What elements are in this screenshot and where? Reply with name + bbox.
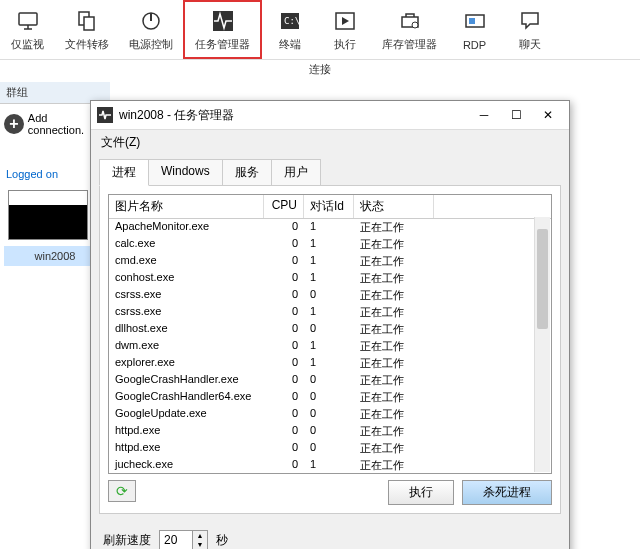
column-status[interactable]: 状态 xyxy=(354,195,434,218)
toolbar-item-label: 聊天 xyxy=(519,37,541,52)
process-row[interactable]: calc.exe01正在工作 xyxy=(109,236,551,253)
chat-icon xyxy=(516,7,544,35)
process-status: 正在工作 xyxy=(354,253,434,270)
process-dialog-id: 1 xyxy=(304,219,354,236)
button-row: ⟳ 执行 杀死进程 xyxy=(108,474,552,505)
pulse-icon xyxy=(97,107,113,123)
tab-1[interactable]: Windows xyxy=(148,159,223,186)
refresh-button[interactable]: ⟳ xyxy=(108,480,136,502)
process-status: 正在工作 xyxy=(354,219,434,236)
process-name: httpd.exe xyxy=(109,423,264,440)
refresh-speed-input[interactable] xyxy=(160,531,192,549)
close-button[interactable]: ✕ xyxy=(533,105,563,125)
column-name[interactable]: 图片名称 xyxy=(109,195,264,218)
column-dialog-id[interactable]: 对话Id xyxy=(304,195,354,218)
process-cpu: 0 xyxy=(264,372,304,389)
tab-0[interactable]: 进程 xyxy=(99,159,149,186)
process-name: explorer.exe xyxy=(109,355,264,372)
scrollbar[interactable] xyxy=(534,217,550,472)
process-row[interactable]: ApacheMonitor.exe01正在工作 xyxy=(109,219,551,236)
process-status: 正在工作 xyxy=(354,406,434,423)
toolbar-item-label: 执行 xyxy=(334,37,356,52)
inventory-icon xyxy=(396,7,424,35)
process-row[interactable]: httpd.exe00正在工作 xyxy=(109,423,551,440)
refresh-speed-row: 刷新速度 ▲ ▼ 秒 xyxy=(91,522,569,549)
dialog-titlebar: win2008 - 任务管理器 ─ ☐ ✕ xyxy=(91,101,569,130)
svg-text:C:\: C:\ xyxy=(284,16,300,26)
dialog-title: win2008 - 任务管理器 xyxy=(119,107,469,124)
process-name: GoogleCrashHandler.exe xyxy=(109,372,264,389)
process-cpu: 0 xyxy=(264,457,304,474)
process-status: 正在工作 xyxy=(354,389,434,406)
process-status: 正在工作 xyxy=(354,321,434,338)
process-cpu: 0 xyxy=(264,355,304,372)
process-status: 正在工作 xyxy=(354,304,434,321)
main-toolbar: 仅监视文件转移电源控制任务管理器C:\终端执行库存管理器RDP聊天 xyxy=(0,0,640,60)
refresh-speed-spinner[interactable]: ▲ ▼ xyxy=(159,530,208,549)
process-cpu: 0 xyxy=(264,253,304,270)
toolbar-item-label: 仅监视 xyxy=(11,37,44,52)
process-row[interactable]: cmd.exe01正在工作 xyxy=(109,253,551,270)
toolbar-item-label: 库存管理器 xyxy=(382,37,437,52)
process-dialog-id: 1 xyxy=(304,253,354,270)
spinner-up[interactable]: ▲ xyxy=(193,531,207,540)
process-status: 正在工作 xyxy=(354,236,434,253)
process-dialog-id: 0 xyxy=(304,406,354,423)
play-icon xyxy=(331,7,359,35)
process-status: 正在工作 xyxy=(354,287,434,304)
process-cpu: 0 xyxy=(264,406,304,423)
rdp-icon xyxy=(461,9,489,37)
process-dialog-id: 1 xyxy=(304,338,354,355)
toolbar-item-label: 任务管理器 xyxy=(195,37,250,52)
spinner-down[interactable]: ▼ xyxy=(193,540,207,549)
process-row[interactable]: httpd.exe00正在工作 xyxy=(109,440,551,457)
toolbar-item-chat[interactable]: 聊天 xyxy=(502,0,557,59)
toolbar-item-files[interactable]: 文件转移 xyxy=(55,0,119,59)
process-row[interactable]: GoogleUpdate.exe00正在工作 xyxy=(109,406,551,423)
refresh-speed-label: 刷新速度 xyxy=(103,532,151,549)
process-row[interactable]: csrss.exe01正在工作 xyxy=(109,304,551,321)
toolbar-item-inventory[interactable]: 库存管理器 xyxy=(372,0,447,59)
process-dialog-id: 1 xyxy=(304,355,354,372)
toolbar-section-label: 连接 xyxy=(0,60,640,83)
process-dialog-id: 0 xyxy=(304,440,354,457)
process-cpu: 0 xyxy=(264,304,304,321)
process-cpu: 0 xyxy=(264,219,304,236)
column-cpu[interactable]: CPU xyxy=(264,195,304,218)
execute-button[interactable]: 执行 xyxy=(388,480,454,505)
process-row[interactable]: explorer.exe01正在工作 xyxy=(109,355,551,372)
toolbar-item-play[interactable]: 执行 xyxy=(317,0,372,59)
svg-point-9 xyxy=(412,22,418,28)
tab-3[interactable]: 用户 xyxy=(271,159,321,186)
minimize-button[interactable]: ─ xyxy=(469,105,499,125)
connection-thumbnail[interactable] xyxy=(8,190,88,240)
process-dialog-id: 1 xyxy=(304,457,354,474)
process-row[interactable]: csrss.exe00正在工作 xyxy=(109,287,551,304)
process-name: GoogleUpdate.exe xyxy=(109,406,264,423)
process-row[interactable]: dwm.exe01正在工作 xyxy=(109,338,551,355)
maximize-button[interactable]: ☐ xyxy=(501,105,531,125)
toolbar-item-label: RDP xyxy=(463,39,486,51)
process-row[interactable]: dllhost.exe00正在工作 xyxy=(109,321,551,338)
toolbar-item-pulse[interactable]: 任务管理器 xyxy=(183,0,262,59)
toolbar-item-power[interactable]: 电源控制 xyxy=(119,0,183,59)
toolbar-item-label: 电源控制 xyxy=(129,37,173,52)
file-menu[interactable]: 文件(Z) xyxy=(91,130,569,155)
toolbar-item-terminal[interactable]: C:\终端 xyxy=(262,0,317,59)
process-dialog-id: 1 xyxy=(304,236,354,253)
toolbar-item-rdp[interactable]: RDP xyxy=(447,0,502,59)
toolbar-item-monitor[interactable]: 仅监视 xyxy=(0,0,55,59)
scrollbar-thumb[interactable] xyxy=(537,229,548,329)
power-icon xyxy=(137,7,165,35)
process-dialog-id: 0 xyxy=(304,321,354,338)
process-row[interactable]: GoogleCrashHandler64.exe00正在工作 xyxy=(109,389,551,406)
toolbar-item-label: 终端 xyxy=(279,37,301,52)
tab-2[interactable]: 服务 xyxy=(222,159,272,186)
process-row[interactable]: conhost.exe01正在工作 xyxy=(109,270,551,287)
kill-process-button[interactable]: 杀死进程 xyxy=(462,480,552,505)
task-manager-dialog: win2008 - 任务管理器 ─ ☐ ✕ 文件(Z) 进程Windows服务用… xyxy=(90,100,570,549)
process-row[interactable]: jucheck.exe01正在工作 xyxy=(109,457,551,474)
process-row[interactable]: GoogleCrashHandler.exe00正在工作 xyxy=(109,372,551,389)
process-status: 正在工作 xyxy=(354,440,434,457)
process-dialog-id: 0 xyxy=(304,423,354,440)
